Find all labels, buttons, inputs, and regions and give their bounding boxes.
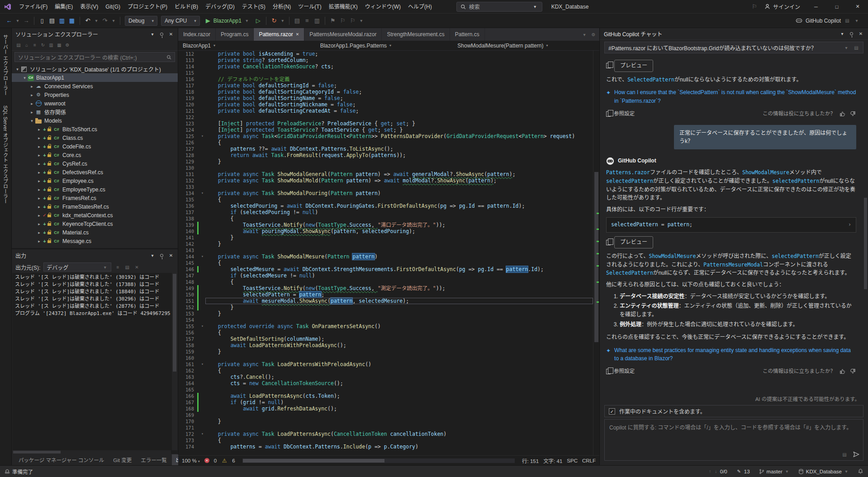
menu-item[interactable]: ツール(T) <box>294 0 325 14</box>
send-icon[interactable] <box>853 451 859 458</box>
feedback-icon[interactable] <box>750 2 759 11</box>
code-line[interactable]: 114private CancellationTokenSource? cts; <box>178 63 593 70</box>
editor-tab[interactable]: Pattern.cs <box>450 28 485 41</box>
code-line[interactable]: 152} <box>178 304 593 310</box>
close-panel-icon[interactable] <box>858 31 864 37</box>
start-without-debugging-icon[interactable] <box>254 16 263 25</box>
breadcrumb-segment[interactable]: ShowModalMesure(Pattern pattern) <box>457 43 595 49</box>
menu-item[interactable]: 拡張機能(X) <box>325 0 361 14</box>
code-line[interactable]: 145{ <box>178 260 593 266</box>
thumbs-up-icon[interactable] <box>840 368 846 375</box>
code-line[interactable]: 154 <box>178 317 593 323</box>
collapse-all-icon[interactable] <box>48 42 54 48</box>
warning-count-icon[interactable] <box>221 458 228 464</box>
output-log[interactable]: スレッド '[ス レッド]は破棄されました' (30192) はコードスレッド … <box>12 273 177 454</box>
find-in-files-icon[interactable] <box>293 16 302 25</box>
pin-icon[interactable] <box>850 32 853 35</box>
preview-button[interactable]: プレビュー <box>614 60 653 72</box>
editor-options-icon[interactable] <box>590 31 597 38</box>
github-copilot-badge[interactable]: GitHub Copilot <box>796 17 863 24</box>
chevron-down-icon[interactable] <box>149 31 156 37</box>
fold-marker-icon[interactable]: ▾ <box>199 133 205 139</box>
open-file-icon[interactable] <box>47 16 57 25</box>
code-line[interactable]: 129} <box>178 158 593 165</box>
editor-tab[interactable]: Program.cs <box>216 28 254 41</box>
copy-icon[interactable] <box>606 63 611 68</box>
tree-expander-icon[interactable]: ▸ <box>36 213 42 218</box>
code-line[interactable]: 118private bool defaultSortingCategoryId… <box>178 89 593 95</box>
output-source-dropdown[interactable]: デバッグ <box>43 262 111 272</box>
tree-item[interactable]: ▸+C#DefectivesRef.cs <box>12 168 178 176</box>
pin-icon[interactable] <box>160 254 163 257</box>
hot-reload-icon[interactable] <box>270 16 279 25</box>
tree-item[interactable]: ▸▦依存関係 <box>12 108 178 116</box>
tree-item[interactable]: ▸+C#CysRef.cs <box>12 159 178 168</box>
filter-icon[interactable] <box>32 42 38 48</box>
tree-expander-icon[interactable]: ▸ <box>29 101 35 106</box>
home-icon[interactable] <box>24 42 30 48</box>
error-count[interactable]: 0 <box>214 458 217 463</box>
tree-item[interactable]: ▸+C#CodeFile.cs <box>12 142 178 151</box>
document-list-caret-icon[interactable] <box>581 31 588 38</box>
start-debugging-button[interactable]: BlazorApp1 <box>202 16 253 25</box>
undo-caret-icon[interactable] <box>93 18 100 24</box>
code-line[interactable]: 151await mesureModal.ShowAsync(pattern, … <box>178 298 593 304</box>
tree-item[interactable]: ▾C#BlazorApp1 <box>12 73 178 82</box>
tree-expander-icon[interactable]: ▸ <box>36 196 42 200</box>
side-tool-tab[interactable]: サーバー エクスプローラー <box>3 34 9 95</box>
menu-item[interactable]: 表示(V) <box>76 0 102 14</box>
tree-expander-icon[interactable]: ▾ <box>22 76 28 80</box>
code-line[interactable]: 162{ <box>178 367 593 374</box>
tree-item[interactable]: ▸+C#KeyenceTcpClient.cs <box>12 219 178 228</box>
code-line[interactable]: 139ToastService.Notify(new(ToastType.Suc… <box>178 222 593 228</box>
tree-item[interactable]: ▸+C#BitsToShort.cs <box>12 125 178 134</box>
menu-item[interactable]: テスト(S) <box>238 0 269 14</box>
code-line[interactable]: 119private bool defaultSortingName = fal… <box>178 95 593 101</box>
menu-item[interactable]: 分析(N) <box>269 0 295 14</box>
code-line[interactable]: 141} <box>178 234 593 241</box>
copilot-panel-header[interactable]: GitHub Copilot チャット <box>600 28 868 40</box>
tree-item[interactable]: ▸+C#Core.cs <box>12 151 178 159</box>
code-line[interactable]: 142} <box>178 241 593 247</box>
code-line[interactable]: 153} <box>178 310 593 317</box>
include-documents-checkbox[interactable]: ✓ <box>609 408 615 415</box>
notifications[interactable] <box>858 468 863 474</box>
code-line[interactable]: 171 <box>178 425 593 431</box>
code-editor[interactable]: 112private bool isAscending = true;113pr… <box>178 51 599 455</box>
background-tasks-icon[interactable] <box>5 469 10 474</box>
breadcrumb-segment[interactable]: BlazorApp1.Pages.Patterns <box>320 43 458 49</box>
code-line[interactable]: 136selectedPouring = await DbContext.Pou… <box>178 203 593 209</box>
code-line[interactable]: 126{ <box>178 139 593 146</box>
code-line[interactable]: 159} <box>178 348 593 355</box>
tree-item[interactable]: ▸+C#FrameStatesRef.cs <box>12 202 178 211</box>
tree-item[interactable]: ▸⚙Properties <box>12 91 178 99</box>
error-count-icon[interactable]: ✕ <box>204 458 209 463</box>
chevron-down-icon[interactable] <box>149 252 156 258</box>
clear-output-icon[interactable] <box>114 264 121 270</box>
chevron-down-icon[interactable] <box>843 44 849 51</box>
solution-explorer-header[interactable]: ソリューション エクスプローラー <box>12 28 178 40</box>
thumbs-up-icon[interactable] <box>840 111 846 117</box>
code-line[interactable]: 132private async Task ShowModalMold(Patt… <box>178 177 593 184</box>
tree-expander-icon[interactable]: ▾ <box>14 67 20 72</box>
editor-tab[interactable]: PatternsMesureModal.razor <box>304 28 382 41</box>
code-line[interactable]: 125▾private async Task<GridDataProviderR… <box>178 133 593 139</box>
tree-expander-icon[interactable]: ▸ <box>29 93 35 97</box>
editor-vertical-scrollbar[interactable] <box>593 51 599 455</box>
current-repository[interactable]: KDX_Database <box>798 468 849 475</box>
tree-expander-icon[interactable]: ▸ <box>36 153 42 157</box>
code-line[interactable]: 113private string? sortedColumn; <box>178 57 593 63</box>
redo-caret-icon[interactable] <box>110 18 117 24</box>
menu-item[interactable]: ビルド(B) <box>171 0 202 14</box>
copilot-caret-icon[interactable] <box>854 18 860 24</box>
code-line[interactable]: 127patterns ??= await DbContext.Patterns… <box>178 146 593 152</box>
editor-tab[interactable]: Patterns.razor <box>254 28 304 41</box>
editor-tab[interactable]: StrengthMesurement.cs <box>382 28 450 41</box>
properties-icon[interactable] <box>64 42 71 48</box>
code-line[interactable]: 123[Inject] protected PreloadService? Pr… <box>178 120 593 127</box>
thumbs-down-icon[interactable] <box>850 111 856 117</box>
fold-marker-icon[interactable]: ▾ <box>199 323 205 329</box>
code-line[interactable]: 168await grid.RefreshDataAsync(); <box>178 405 593 412</box>
minimize-button[interactable] <box>806 0 826 14</box>
warning-count[interactable]: 6 <box>232 458 235 463</box>
